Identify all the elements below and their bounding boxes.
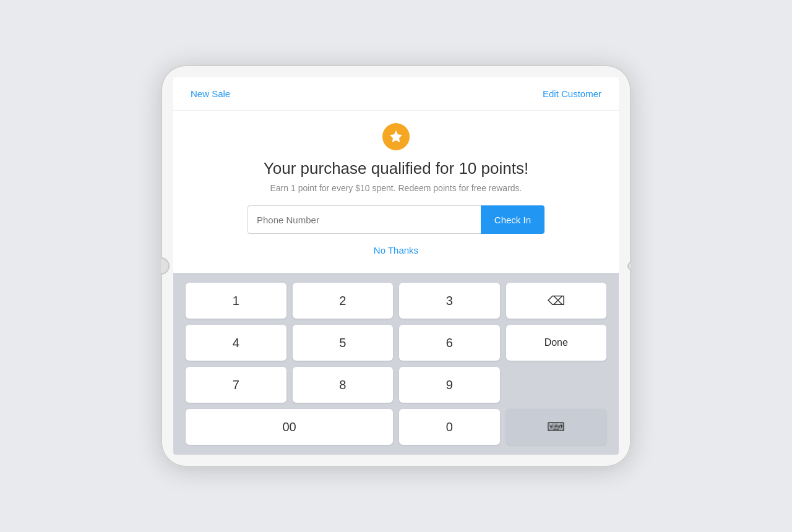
key-8[interactable]: 8 — [293, 367, 394, 403]
headline-text: Your purchase qualified for 10 points! — [264, 159, 528, 178]
key-7[interactable]: 7 — [186, 367, 286, 403]
subtext: Earn 1 point for every $10 spent. Redeem… — [270, 183, 522, 193]
delete-icon: ⌫ — [548, 293, 565, 308]
key-6[interactable]: 6 — [399, 325, 500, 361]
tablet-frame: New Sale Edit Customer Your purchase qua… — [161, 65, 631, 467]
tablet-side-button — [627, 262, 631, 270]
key-00[interactable]: 00 — [186, 409, 393, 445]
keyboard-toggle-button[interactable]: ⌨ — [506, 409, 607, 445]
star-badge-icon — [382, 123, 410, 150]
content-area: Your purchase qualified for 10 points! E… — [173, 111, 619, 273]
key-2[interactable]: 2 — [293, 283, 394, 319]
keypad-grid: 1 2 3 ⌫ 4 5 6 Done 7 8 9 00 0 ⌨ — [186, 283, 606, 445]
key-9[interactable]: 9 — [399, 367, 500, 403]
checkin-button[interactable]: Check In — [481, 205, 544, 234]
key-4[interactable]: 4 — [186, 325, 286, 361]
keypad-area: 1 2 3 ⌫ 4 5 6 Done 7 8 9 00 0 ⌨ — [173, 273, 619, 455]
key-3[interactable]: 3 — [399, 283, 500, 319]
phone-row: Check In — [248, 205, 544, 234]
key-done[interactable]: Done — [506, 325, 607, 361]
key-5[interactable]: 5 — [293, 325, 394, 361]
screen: New Sale Edit Customer Your purchase qua… — [173, 77, 619, 455]
keyboard-icon: ⌨ — [547, 419, 565, 434]
new-sale-button[interactable]: New Sale — [191, 88, 230, 99]
tablet-home-button[interactable] — [161, 257, 170, 275]
no-thanks-button[interactable]: No Thanks — [374, 242, 418, 258]
key-1[interactable]: 1 — [186, 283, 286, 319]
key-0[interactable]: 0 — [399, 409, 500, 445]
edit-customer-button[interactable]: Edit Customer — [543, 88, 601, 99]
phone-input[interactable] — [248, 205, 481, 234]
top-bar: New Sale Edit Customer — [173, 77, 619, 111]
key-delete[interactable]: ⌫ — [506, 283, 607, 319]
star-svg — [389, 129, 403, 144]
